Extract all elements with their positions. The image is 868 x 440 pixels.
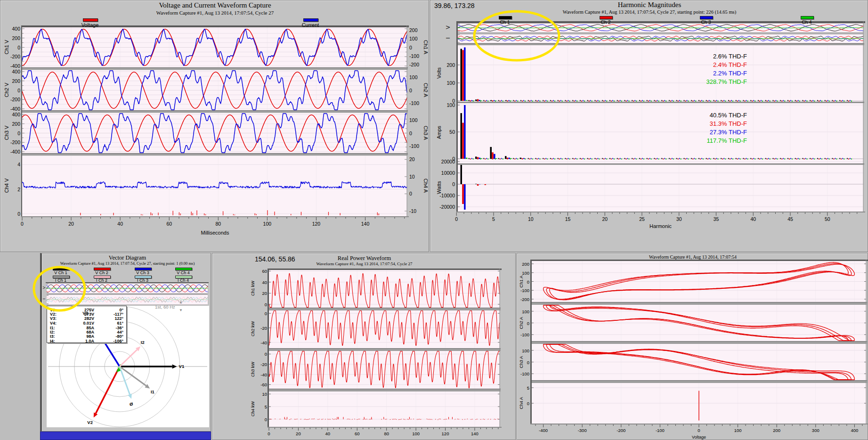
y-tick-label: -60 <box>253 382 267 387</box>
x-tick-label: 15 <box>561 216 575 222</box>
y-tick-label: 0 <box>517 321 529 326</box>
strip-label-v: V <box>42 285 46 291</box>
x-tick-label: 120 <box>309 221 323 227</box>
background-window-titlebar[interactable] <box>40 432 211 440</box>
page-subtitle: Waveform Capture #1, Aug 13 2014, 17:07:… <box>430 9 868 15</box>
vi-trajectory-plot[interactable] <box>517 253 868 440</box>
legend-label: I Ch 4 <box>169 278 197 283</box>
axis-channel-label: Ch2 V <box>4 78 9 102</box>
legend-swatch <box>600 16 613 19</box>
x-tick-label: 20 <box>598 216 612 222</box>
x-tick-label: 80 <box>211 221 225 227</box>
phasor-magnitude: 1.0A <box>66 339 94 343</box>
y-tick-label: -400 <box>0 106 20 112</box>
legend-swatch <box>303 18 318 22</box>
y-tick-label: 20 <box>409 156 428 162</box>
x-tick-label: 40 <box>746 216 760 222</box>
page-subtitle: Waveform Capture #1, Aug 13 2014, 17:07:… <box>42 261 213 266</box>
y-tick-label: -200 <box>409 62 428 67</box>
x-tick-label: 35 <box>709 216 723 222</box>
y-tick-label: 10000 <box>430 170 455 176</box>
legend-swatch <box>83 18 98 22</box>
y-tick-label: 0 <box>517 279 529 285</box>
y-tick-label: -20 <box>253 326 267 331</box>
thd-value: 2.2% THD-F <box>675 70 747 77</box>
phasor-vector-label: V2 <box>87 420 93 425</box>
legend-swatch <box>499 16 512 19</box>
y-tick-label: -10 <box>409 208 428 214</box>
x-tick-label: 40 <box>113 221 127 227</box>
y-tick-label: 400 <box>0 26 20 32</box>
x-tick-label: 40 <box>321 431 335 436</box>
page-title: Harmonic Magnitudes <box>430 1 868 9</box>
y-tick-label: 400 <box>0 112 20 117</box>
page-title: Vector Diagram <box>42 254 213 261</box>
y-tick-label: 0 <box>253 311 267 316</box>
frequency-label: 1st, 60 Hz <box>155 304 179 310</box>
y-tick-label: -10000 <box>430 193 455 198</box>
x-tick-label: 0 <box>690 428 708 433</box>
panel-waveform-capture: Voltage and Current Waveform CaptureWave… <box>0 0 429 252</box>
panel-vector-diagram: Vector DiagramWaveform Capture #1, Aug 1… <box>40 253 211 432</box>
y-tick-label: 50 <box>430 129 455 135</box>
axis-channel-label: Ch4 V <box>4 174 9 197</box>
x-tick-label: 0 <box>262 431 276 436</box>
legend-swatch <box>700 16 713 19</box>
y-tick-label: 200 <box>517 261 529 267</box>
x-tick-label: 50 <box>820 216 835 222</box>
x-tick-label: -100 <box>650 428 669 433</box>
legend-label: Voltage <box>71 22 109 28</box>
legend-label: V Ch 2 <box>88 270 116 275</box>
y-tick-label: 60 <box>253 269 267 274</box>
legend-label: Ch 1 <box>491 20 519 25</box>
phasor-vector-label: V3 <box>82 310 88 316</box>
x-tick-label: 25 <box>635 216 649 222</box>
panel-harmonic-magnitudes: 39.86, 173.28Harmonic MagnitudesWaveform… <box>430 0 868 252</box>
x-tick-label: 100 <box>409 431 423 436</box>
frequency-step-down-icon[interactable]: ▼ <box>179 308 183 312</box>
frequency-step-up-icon[interactable]: ▲ <box>179 300 183 304</box>
phasor-angle: 61° <box>96 321 123 326</box>
y-tick-label: 100 <box>430 102 455 108</box>
y-tick-label: 0 <box>253 302 267 307</box>
y-tick-label: 0 <box>253 417 267 422</box>
x-tick-label: -400 <box>534 428 553 433</box>
x-tick-label: 140 <box>358 221 373 227</box>
thd-value: 2.6% THD-F <box>675 53 747 60</box>
x-axis-title: Milliseconds <box>0 230 430 236</box>
x-tick-label: 60 <box>162 221 176 227</box>
y-tick-label: -100 <box>517 332 529 337</box>
x-tick-label: 10 <box>524 216 538 222</box>
axis-channel-label: Ch2 A <box>423 78 429 102</box>
x-tick-label: 100 <box>260 221 274 227</box>
phasor-name: V4: <box>50 321 57 326</box>
legend-swatch <box>801 16 814 19</box>
y-tick-label: -400 <box>0 149 20 155</box>
x-tick-label: 45 <box>783 216 797 222</box>
y-tick-label: 100 <box>517 309 529 314</box>
legend-label: Current <box>292 22 329 28</box>
axis-channel-label: Ch3 V <box>4 121 9 145</box>
thd-value: 31.3% THD-F <box>675 120 747 127</box>
page-subtitle: Waveform Capture #1, Aug 13 2014, 17:07:… <box>0 10 430 16</box>
y-tick-label: 4 <box>0 162 20 167</box>
x-tick-label: 80 <box>380 431 394 436</box>
harmonic-plot[interactable] <box>430 0 868 253</box>
phasor-vector-label: I2 <box>141 340 145 345</box>
axis-channel-label: Ch1 V <box>4 35 9 59</box>
x-tick-label: 30 <box>672 216 686 222</box>
y-tick-label: 0 <box>430 181 455 187</box>
phasor-vector-label: Ø <box>130 401 133 407</box>
x-tick-label: -200 <box>612 428 631 433</box>
axis-channel-label: Ch3 A <box>423 121 429 145</box>
panel-real-power: 154.06, 55.86Real Power WaveformWaveform… <box>212 253 516 440</box>
y-tick-label: 100 <box>517 348 529 353</box>
y-tick-label: 0 <box>253 351 267 357</box>
page-title: Real Power Waveform <box>212 255 516 262</box>
legend-label: Ch 4 <box>793 20 821 25</box>
page-title: Voltage and Current Waveform Capture <box>0 1 430 9</box>
y-tick-label: 0 <box>517 360 529 365</box>
thd-value: 40.5% THD-F <box>675 112 747 119</box>
y-tick-label: -20000 <box>430 204 455 210</box>
waveform-capture-plot[interactable] <box>0 0 430 253</box>
